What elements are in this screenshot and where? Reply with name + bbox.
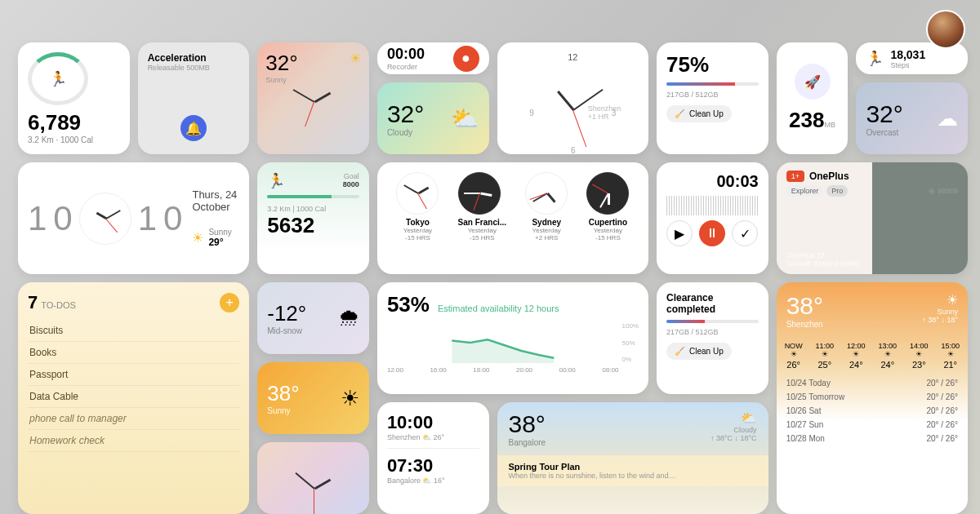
clock-city: Shenzhen <box>588 104 621 113</box>
world-clock-widget[interactable]: TokyoYesterday-15 HRS San Franci...Yeste… <box>377 162 648 274</box>
rocket-icon: 🚀 <box>795 64 831 100</box>
recorder-playback-widget[interactable]: 00:03 ▶ ⏸ ✓ <box>657 162 768 274</box>
analog-clock-icon <box>277 452 350 514</box>
running-icon: 🏃 <box>866 50 884 68</box>
cleanup-button[interactable]: 🧹Clean Up <box>666 105 732 122</box>
weather-cloudy-widget[interactable]: 32° Cloudy ⛅ <box>377 82 489 154</box>
forecast-hour: 15:00☀21° <box>941 342 960 370</box>
forecast-widget[interactable]: 38° Shenzhen ☀ Sunny ↑ 38° ↓ 18° NOW☀26°… <box>777 282 968 514</box>
steps-unit: Steps <box>890 61 925 69</box>
large-analog-clock-widget[interactable]: 12 9 3 6 Shenzhen +1 HR <box>497 42 649 154</box>
sun-icon: ☀ <box>947 293 958 307</box>
sun-icon: ☀ <box>192 230 203 246</box>
fitness-goal-widget[interactable]: 🏃 Goal 8000 3.2 Km | 1000 Cal 5632 <box>257 162 369 274</box>
avatar[interactable] <box>926 10 965 49</box>
accel-sub: Releasable 500MB <box>148 64 240 72</box>
rec-label: Recorder <box>387 63 425 71</box>
sun-icon: ☀ <box>341 386 359 411</box>
clearance-widget[interactable]: Clearance completed 217GB / 512GB 🧹Clean… <box>657 282 768 394</box>
forecast-hour: 11:00☀25° <box>816 342 835 370</box>
forecast-hour: NOW☀26° <box>785 342 803 370</box>
clock-icon <box>458 172 501 215</box>
weather-midsnow-widget[interactable]: -12° Mid-snow 🌨 <box>257 282 369 354</box>
analog-clock-icon <box>257 42 369 154</box>
analog-clock-small-widget[interactable] <box>257 442 369 514</box>
forecast-hour: 13:00☀24° <box>879 342 898 370</box>
forecast-day: 10/24 Today20° / 26° <box>786 376 958 390</box>
todo-item[interactable]: Passport <box>28 364 239 386</box>
acceleration-widget[interactable]: Acceleration Releasable 500MB 🔔 <box>138 42 250 154</box>
rec-time: 00:00 <box>387 46 425 63</box>
date-text: Thurs, 24 October <box>192 188 239 213</box>
bangalore-weather-widget[interactable]: 38° Bangalore ⛅ Cloudy ↑ 38°C ↓ 18°C Spr… <box>497 402 768 514</box>
goal-val: 5632 <box>267 213 359 238</box>
forecast-day: 10/27 Sun20° / 26° <box>786 418 958 432</box>
mem-unit: MB <box>824 121 835 129</box>
todos-widget[interactable]: 7TO-DOS + BiscuitsBooksPassportData Cabl… <box>18 282 249 514</box>
dual-clock-widget[interactable]: 10:00 Shenzhen ⛅ 26° 07:30 Bangalore ⛅ 1… <box>377 402 489 514</box>
storage-bar-icon <box>666 82 759 86</box>
waveform-icon <box>666 196 759 215</box>
world-clock-item[interactable]: SydneyYesterday+2 HRS <box>525 172 568 241</box>
forecast-day: 10/26 Sat20° / 26° <box>786 404 958 418</box>
todo-item[interactable]: Biscuits <box>28 320 239 342</box>
add-todo-button[interactable]: + <box>220 293 239 312</box>
pause-button[interactable]: ⏸ <box>699 220 725 246</box>
clock-offset: +1 HR <box>588 113 621 121</box>
todo-item[interactable]: Books <box>28 342 239 364</box>
storage-widget[interactable]: 75% 217GB / 512GB 🧹Clean Up <box>657 42 768 154</box>
battery-chart-widget[interactable]: 53% Estimated availability 12 hours 12:0… <box>377 282 648 394</box>
cloud-icon: ⛅ <box>451 105 479 132</box>
broom-icon: 🧹 <box>675 347 684 356</box>
temp: 32° <box>866 100 902 128</box>
world-clock-item[interactable]: TokyoYesterday-15 HRS <box>396 172 439 241</box>
analog-clock-icon <box>79 193 131 245</box>
todo-item[interactable]: phone call to manager <box>28 408 239 430</box>
clock-icon <box>586 172 629 215</box>
rec2-time: 00:03 <box>666 172 759 191</box>
weather-sunny38-widget[interactable]: 38° Sunny ☀ <box>257 362 369 434</box>
accel-title: Acceleration <box>148 52 240 64</box>
weather-sunny-widget[interactable]: 32° Sunny ☀ <box>257 42 369 154</box>
cloud-icon: ⛅ <box>741 411 757 425</box>
temp: 32° <box>387 100 424 128</box>
world-clock-item[interactable]: CupertinoYesterday-15 HRS <box>586 172 629 241</box>
steps-widget[interactable]: 🏃 6,789 3.2 Km · 1000 Cal <box>18 42 130 154</box>
oneplus-logo-icon: 1+ <box>786 171 804 182</box>
date-clock-widget[interactable]: 10 10 Thurs, 24 October ☀ Sunny 29° <box>18 162 249 274</box>
widget-board: 🏃 6,789 3.2 Km · 1000 Cal Acceleration R… <box>18 42 968 514</box>
forecast-day: 10/25 Tomorrow20° / 26° <box>786 390 958 404</box>
running-icon: 🏃 <box>267 172 285 190</box>
play-button[interactable]: ▶ <box>666 220 693 246</box>
progress-arc-icon: 🏃 <box>28 52 88 105</box>
snow-icon: 🌨 <box>338 306 359 331</box>
broom-icon: 🧹 <box>675 109 684 118</box>
forecast-day: 10/28 Mon20° / 26° <box>786 432 958 445</box>
todo-item[interactable]: Data Cable <box>28 386 239 408</box>
clock-icon <box>525 172 568 215</box>
todo-item[interactable]: Homework check <box>28 430 239 452</box>
cond: Cloudy <box>387 128 424 137</box>
record-button[interactable]: ● <box>453 46 479 72</box>
battery-line-chart <box>387 322 619 363</box>
mem-val: 238 <box>789 108 824 132</box>
cleanup-button[interactable]: 🧹Clean Up <box>666 343 732 360</box>
steps-value: 6,789 <box>28 110 120 135</box>
clock-hour: 12 <box>507 52 639 62</box>
recorder-widget[interactable]: 00:00 Recorder ● <box>377 42 489 74</box>
steps-sub: 3.2 Km · 1000 Cal <box>28 135 120 144</box>
storage-pct: 75% <box>666 52 759 78</box>
steps-val: 18,031 <box>890 48 925 61</box>
weather-overcast-widget[interactable]: 32° Overcast ☁ <box>856 82 968 154</box>
clock-icon <box>396 172 439 215</box>
forecast-hour: 12:00☀24° <box>847 342 866 370</box>
bell-icon[interactable]: 🔔 <box>180 115 207 141</box>
forecast-hour: 14:00☀23° <box>910 342 929 370</box>
cond: Overcast <box>866 128 902 137</box>
oneplus-promo-widget[interactable]: 1+ OnePlus Explorer Pro ⊕ 98809 OnePlus … <box>777 162 968 274</box>
world-clock-item[interactable]: San Franci...Yesterday-15 HRS <box>458 172 506 241</box>
cloud-icon: ☁ <box>937 106 958 131</box>
storage-used: 217GB / 512GB <box>666 91 759 99</box>
memory-widget[interactable]: 🚀 238MB <box>777 42 849 154</box>
done-button[interactable]: ✓ <box>732 220 758 246</box>
